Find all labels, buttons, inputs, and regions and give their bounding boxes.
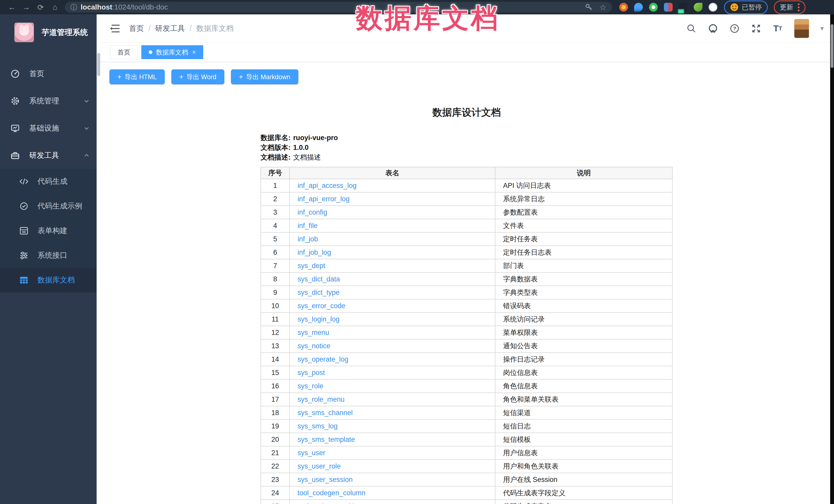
breadcrumb-devtools[interactable]: 研发工具	[155, 23, 185, 34]
export-markdown-button[interactable]: + 导出 Markdown	[231, 69, 298, 84]
row-index: 13	[261, 339, 289, 353]
table-name-link[interactable]: sys_role_menu	[298, 396, 345, 403]
meta-doc-version: 文档版本:1.0.0	[261, 143, 673, 152]
tab-home[interactable]: 首页	[110, 45, 138, 59]
address-bar[interactable]: ⓘ localhost:1024/tool/db-doc ☆	[65, 2, 612, 13]
sidebar-scrollbar[interactable]	[96, 15, 101, 504]
sidebar-item-codegen[interactable]: 代码生成	[0, 169, 100, 194]
sidebar-scrollbar-thumb[interactable]	[97, 53, 100, 76]
password-key-icon[interactable]	[585, 3, 593, 11]
page-scrollbar[interactable]	[830, 15, 834, 504]
breadcrumb-home[interactable]: 首页	[129, 23, 144, 34]
document-meta: 数据库名:ruoyi-vue-pro 文档版本:1.0.0 文档描述:文档描述	[261, 133, 673, 162]
table-name-link[interactable]: sys_notice	[298, 342, 330, 350]
table-name-link[interactable]: sys_error_code	[298, 302, 345, 310]
row-index: 11	[261, 312, 289, 326]
table-name-link[interactable]: sys_post	[298, 369, 325, 376]
sidebar-item-label: 表单构建	[38, 226, 67, 236]
row-index: 20	[261, 433, 289, 446]
page-scrollbar-thumb[interactable]	[831, 24, 833, 68]
table-name-link[interactable]: sys_dept	[298, 262, 325, 270]
browser-back-icon[interactable]: ←	[5, 3, 19, 12]
sidebar-item-infra[interactable]: 基础设施	[0, 115, 100, 142]
table-name-link[interactable]: inf_api_error_log	[298, 195, 350, 203]
table-name-link[interactable]: sys_user	[298, 449, 325, 457]
sidebar-item-api[interactable]: 系统接口	[0, 243, 100, 268]
table-name-link[interactable]: sys_operate_log	[298, 355, 348, 363]
export-html-button[interactable]: + 导出 HTML	[109, 69, 165, 84]
bookmark-star-icon[interactable]: ☆	[599, 3, 606, 12]
table-name-link[interactable]: inf_job	[298, 235, 318, 243]
close-icon[interactable]: ×	[192, 49, 196, 56]
table-name-link[interactable]: tool_codegen_column	[298, 489, 365, 497]
table-name-link[interactable]: sys_dict_data	[298, 275, 340, 283]
table-row: 11 sys_login_log 系统访问记录	[261, 312, 673, 326]
sidebar-item-codegen-demo[interactable]: 代码生成示例	[0, 194, 100, 218]
extension-icon-green-check[interactable]	[649, 3, 658, 12]
sidebar-item-system[interactable]: 系统管理	[0, 87, 100, 115]
extension-paused-chip[interactable]: 已暂停	[724, 1, 768, 14]
table-name-link[interactable]: inf_job_log	[298, 248, 331, 256]
row-description: 短信模板	[495, 433, 673, 446]
sidebar-item-devtools[interactable]: 研发工具	[0, 142, 100, 169]
row-index: 25	[261, 500, 289, 504]
table-row: 14 sys_operate_log 操作日志记录	[261, 353, 673, 366]
github-icon[interactable]	[708, 23, 718, 34]
export-word-button[interactable]: + 导出 Word	[171, 69, 224, 84]
db-document: 数据库设计文档 数据库名:ruoyi-vue-pro 文档版本:1.0.0 文档…	[261, 101, 673, 504]
row-description: 文件表	[495, 219, 673, 232]
table-name-link[interactable]: sys_user_role	[298, 462, 341, 470]
table-row: 1 inf_api_access_log API 访问日志表	[261, 179, 673, 192]
browser-forward-icon[interactable]: →	[19, 3, 34, 12]
extension-icon-switch[interactable]: on	[679, 3, 687, 12]
site-info-icon[interactable]: ⓘ	[70, 3, 77, 12]
update-button[interactable]: 更新	[780, 3, 793, 12]
sidebar-item-label: 数据库文档	[38, 275, 75, 285]
row-description: 定时任务日志表	[495, 246, 673, 259]
row-index: 8	[261, 272, 289, 286]
table-name-link[interactable]: tool_codegen_table	[298, 502, 358, 504]
table-name-link[interactable]: sys_user_session	[298, 476, 353, 483]
url-path: :1024/tool/db-doc	[112, 3, 168, 11]
browser-menu-icon[interactable]	[798, 3, 799, 11]
chevron-up-icon	[83, 152, 90, 159]
font-size-icon[interactable]: TT	[773, 23, 783, 34]
fullscreen-icon[interactable]	[751, 23, 761, 34]
tables-index: 序号 表名 说明 1 inf_api_access_log API 访问日志表	[261, 167, 673, 504]
table-name-link[interactable]: inf_file	[298, 222, 317, 229]
update-area: 更新	[774, 1, 806, 14]
user-menu-caret-icon[interactable]: ▾	[820, 24, 824, 32]
table-name-link[interactable]: sys_sms_template	[298, 436, 355, 443]
table-row: 3 inf_config 参数配置表	[261, 205, 673, 219]
table-name-link[interactable]: sys_sms_log	[298, 422, 337, 430]
tab-db-doc[interactable]: 数据库文档 ×	[141, 45, 203, 59]
browser-home-icon[interactable]: ⌂	[48, 3, 62, 12]
sidebar-toggle-icon[interactable]	[109, 24, 120, 33]
row-description: 通知公告表	[495, 339, 673, 353]
row-index: 1	[261, 179, 289, 192]
table-name-link[interactable]: sys_menu	[298, 329, 329, 336]
help-icon[interactable]: ?	[729, 23, 740, 34]
extension-icon-grid[interactable]	[664, 3, 673, 12]
table-row: 10 sys_error_code 错误码表	[261, 299, 673, 312]
document-title: 数据库设计文档	[261, 106, 673, 119]
user-avatar[interactable]	[794, 19, 809, 38]
table-name-link[interactable]: sys_role	[298, 382, 324, 390]
table-name-link[interactable]: sys_dict_type	[298, 289, 340, 296]
table-name-link[interactable]: sys_sms_channel	[298, 409, 353, 417]
sidebar-menu: 首页 系统管理 基础设施 研发工具 代码生成	[0, 60, 100, 292]
sidebar-item-home[interactable]: 首页	[0, 60, 100, 87]
extension-icon-blue-pin[interactable]	[634, 3, 643, 12]
table-name-link[interactable]: inf_config	[298, 209, 327, 216]
sidebar-item-form-builder[interactable]: 表单构建	[0, 218, 100, 243]
extension-icon-puzzle[interactable]	[709, 3, 717, 12]
sidebar-item-db-doc[interactable]: 数据库文档	[0, 268, 100, 292]
extension-icon-leaf[interactable]	[694, 3, 702, 12]
search-icon[interactable]	[686, 23, 697, 34]
col-header-no: 序号	[261, 167, 289, 179]
table-name-link[interactable]: sys_login_log	[298, 315, 340, 323]
extension-icon-orange[interactable]	[619, 3, 628, 12]
browser-reload-icon[interactable]: ⟳	[34, 3, 48, 12]
table-name-link[interactable]: inf_api_access_log	[298, 182, 357, 190]
sidebar: 芋道管理系统 首页 系统管理 基础设施 研发工具	[0, 15, 100, 504]
